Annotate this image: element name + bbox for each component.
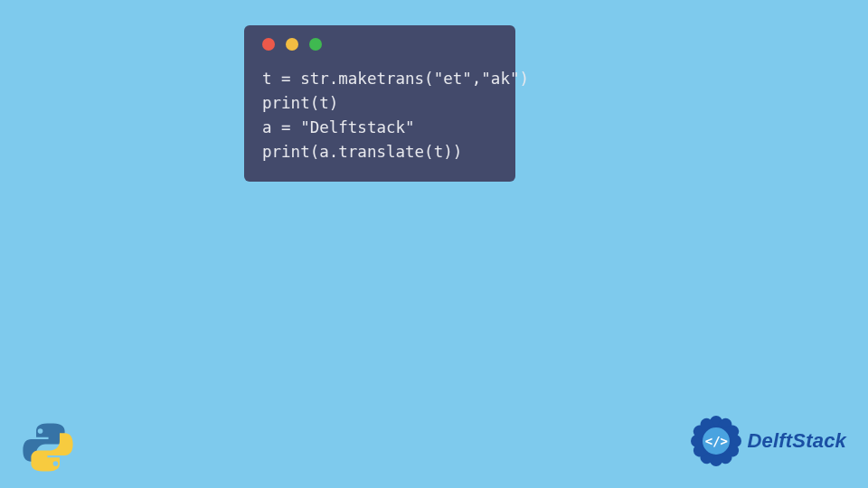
code-line: t = str.maketrans("et","ak") — [262, 67, 497, 91]
delftstack-wordmark: DelftStack — [747, 429, 846, 453]
code-window: t = str.maketrans("et","ak") print(t) a … — [244, 25, 515, 182]
maximize-icon[interactable] — [309, 38, 322, 51]
code-line: print(a.translate(t)) — [262, 140, 497, 164]
code-line: a = "Delftstack" — [262, 116, 497, 140]
minimize-icon[interactable] — [286, 38, 298, 51]
python-logo-icon — [20, 419, 76, 475]
delftstack-logo: </> DelftStack — [691, 416, 846, 466]
code-block: t = str.maketrans("et","ak") print(t) a … — [244, 56, 515, 165]
close-icon[interactable] — [262, 38, 275, 51]
delftstack-badge-icon: </> — [691, 416, 741, 466]
code-line: print(t) — [262, 91, 497, 116]
window-controls — [244, 25, 515, 56]
